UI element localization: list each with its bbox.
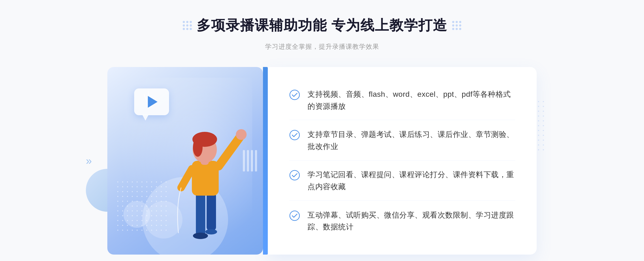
feature-text-1: 支持视频、音频、flash、word、excel、ppt、pdf等各种格式的资源… <box>308 88 515 113</box>
check-circle-icon-4 <box>289 210 300 221</box>
check-circle-icon-2 <box>289 130 300 140</box>
svg-point-3 <box>205 229 217 234</box>
check-circle-icon-3 <box>289 170 300 181</box>
svg-line-6 <box>181 169 192 188</box>
feature-item-2: 支持章节目录、弹题考试、课后练习、课后作业、章节测验、批改作业 <box>289 121 515 161</box>
illustration-card <box>107 67 263 255</box>
check-circle-icon-1 <box>289 90 300 100</box>
page-wrapper: 多项录播课辅助功能 专为线上教学打造 学习进度全掌握，提升录播课教学效果 » <box>0 0 644 261</box>
left-chevron-decoration: » <box>86 155 92 167</box>
main-title: 多项录播课辅助功能 专为线上教学打造 <box>197 16 447 35</box>
connector-bar <box>263 67 268 255</box>
header-section: 多项录播课辅助功能 专为线上教学打造 学习进度全掌握，提升录播课教学效果 <box>0 16 644 51</box>
features-card: 支持视频、音频、flash、word、excel、ppt、pdf等各种格式的资源… <box>268 67 537 255</box>
svg-point-13 <box>290 130 299 140</box>
feature-item-1: 支持视频、音频、flash、word、excel、ppt、pdf等各种格式的资源… <box>289 81 515 120</box>
svg-point-12 <box>290 90 299 100</box>
play-icon <box>148 96 158 108</box>
svg-point-14 <box>290 170 299 180</box>
feature-item-3: 学习笔记回看、课程提问、课程评论打分、课件资料下载，重点内容收藏 <box>289 161 515 201</box>
feature-text-3: 学习笔记回看、课程提问、课程评论打分、课件资料下载，重点内容收藏 <box>308 169 515 193</box>
svg-point-11 <box>236 129 247 140</box>
title-dots-left <box>183 21 192 30</box>
chevron-left-icon: » <box>86 155 92 167</box>
sub-title: 学习进度全掌握，提升录播课教学效果 <box>265 42 379 51</box>
svg-line-5 <box>219 137 240 166</box>
svg-point-10 <box>193 138 203 157</box>
feature-text-4: 互动弹幕、试听购买、微信分享、观看次数限制、学习进度跟踪、数据统计 <box>308 209 515 233</box>
svg-point-15 <box>290 211 299 221</box>
svg-rect-1 <box>207 193 216 230</box>
svg-rect-0 <box>196 193 205 236</box>
content-area: » <box>107 67 537 255</box>
person-illustration <box>157 105 251 255</box>
header-title-row: 多项录播课辅助功能 专为线上教学打造 <box>183 16 461 35</box>
svg-point-2 <box>193 233 208 239</box>
feature-text-2: 支持章节目录、弹题考试、课后练习、课后作业、章节测验、批改作业 <box>308 129 515 153</box>
title-dots-right <box>452 21 461 30</box>
feature-item-4: 互动弹幕、试听购买、微信分享、观看次数限制、学习进度跟踪、数据统计 <box>289 202 515 241</box>
